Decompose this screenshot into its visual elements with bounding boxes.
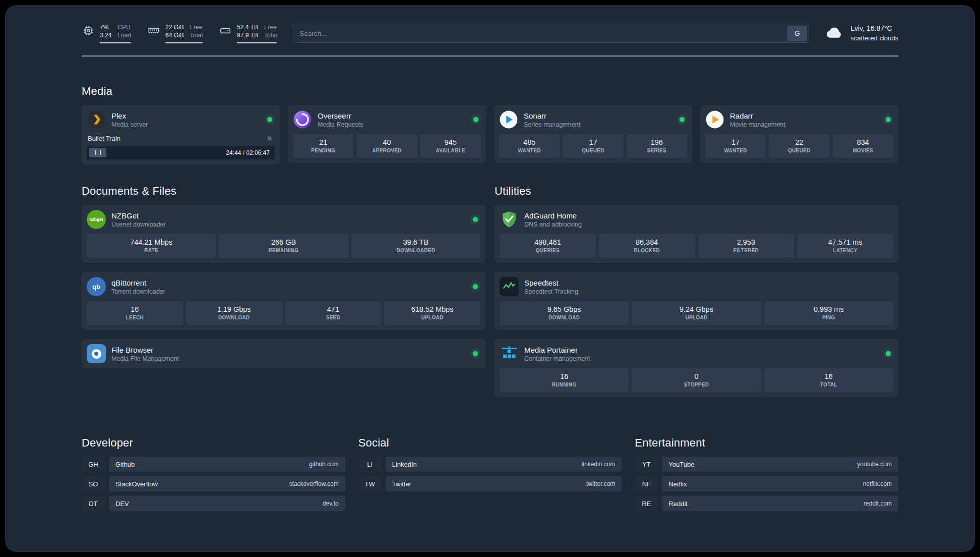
sonarr-status-dot [680,117,685,122]
stat-label: UPLOAD [386,315,478,320]
overseerr-header[interactable]: Overseerr Media Requests [293,110,481,129]
stat-tile: 16 TOTAL [764,368,893,392]
bookmark-name: StackOverflow [115,480,158,488]
memory-free-value: 22 GiB [165,23,184,31]
qbittorrent-header[interactable]: qb qBittorrent Torrent downloader [87,277,480,296]
radarr-title: Radarr [730,112,785,120]
card-plex: Plex Media server Bullet Train [82,105,280,164]
stat-label: DOWNLOAD [188,315,280,320]
bookmark-name: LinkedIn [392,461,417,468]
bookmark-linkedin[interactable]: LI LinkedIn linkedin.com [358,457,622,472]
bookmark-domain: dev.to [323,500,339,507]
bookmark-abbr: GH [82,457,105,472]
bookmark-name: Reddit [668,500,688,508]
stat-value: 744.21 Mbps [89,238,214,246]
stat-value: 16 [89,305,181,313]
nzbget-icon-text: nzbget [89,217,103,222]
search-input[interactable] [292,30,785,37]
radarr-header[interactable]: Radarr Movie management [705,110,893,129]
card-overseerr: Overseerr Media Requests 21 PENDING 40 A… [288,105,486,163]
portainer-title: Media Portainer [524,346,590,354]
stat-tile: 196 SERIES [627,134,687,158]
bookmark-twitter[interactable]: TW Twitter twitter.com [358,476,622,491]
bookmark-stackoverflow[interactable]: SO StackOverflow stackoverflow.com [82,476,345,491]
stat-tile: 2,953 FILTERED [698,234,794,258]
bookmark-domain: twitter.com [586,480,615,487]
stat-tile: 0.993 ms PING [764,301,893,325]
qbittorrent-icon: qb [87,277,106,296]
nzbget-header[interactable]: nzbget NZBGet Usenet downloader [87,210,480,229]
player-progress-bar[interactable]: 24:44 / 02:06:47 [87,146,275,159]
bookmark-github[interactable]: GH Github github.com [82,457,345,472]
stat-value: 86,384 [601,238,693,246]
memory-total-label: Total [190,31,203,39]
bookmark-youtube[interactable]: YT YouTube youtube.com [635,457,898,472]
bookmark-domain: netflix.com [863,480,892,487]
cpu-usage-value: 7% [100,23,111,31]
stat-tile: 498,461 QUERIES [500,234,596,258]
stat-tile: 17 WANTED [705,134,766,158]
stat-label: MOVIES [835,148,891,153]
gear-icon[interactable] [266,134,274,142]
card-speedtest: Speedtest Speedtest Tracking 9.65 Gbps D… [495,272,898,330]
speedtest-header[interactable]: Speedtest Speedtest Tracking [500,277,893,296]
disk-free-value: 52.4 TB [237,23,258,31]
bookmark-reddit[interactable]: RE Reddit reddit.com [635,496,898,511]
adguard-header[interactable]: AdGuard Home DNS and adblocking [500,210,893,229]
bookmark-netflix[interactable]: NF Netflix netflix.com [635,476,898,491]
bookmark-dev[interactable]: DT DEV dev.to [82,496,345,511]
plex-subtitle: Media server [111,121,148,128]
bookmark-domain: linkedin.com [582,461,616,468]
stat-value: 17 [565,138,621,146]
stat-tile: 266 GB REMAINING [219,234,348,258]
filebrowser-icon-inner [92,349,101,359]
stat-label: UPLOAD [634,315,759,320]
stat-tile: 744.21 Mbps RATE [87,234,216,258]
stat-tile: 16 LEECH [87,301,183,325]
qbittorrent-status-dot [473,284,478,289]
dashboard-page: 7% 3.24 CPU Load [5,5,975,552]
stat-value: 0 [634,372,759,380]
bookmark-abbr: TW [358,476,382,491]
stat-label: BLOCKED [601,248,693,253]
pause-button[interactable] [89,148,106,157]
section-title-media: Media [82,85,898,98]
stat-tile: 86,384 BLOCKED [599,234,695,258]
stat-label: SEED [287,315,380,320]
filebrowser-subtitle: Media File Management [111,355,179,362]
sonarr-header[interactable]: Sonarr Series management [499,110,687,129]
stat-label: QUERIES [502,248,594,253]
card-sonarr: Sonarr Series management 485 WANTED 17 Q… [494,105,692,163]
search-bar[interactable]: G [292,24,809,43]
disk-total-value: 97.9 TB [237,31,258,39]
portainer-header[interactable]: Media Portainer Container management [500,344,893,363]
adguard-title: AdGuard Home [524,211,582,220]
stat-tile: 16 RUNNING [500,368,629,392]
disk-icon [219,24,232,37]
section-title-social: Social [358,436,622,450]
card-filebrowser: File Browser Media File Management [82,339,485,368]
cloud-icon [824,22,844,44]
search-provider-button[interactable]: G [787,26,807,41]
bookmarks-social: Social LI LinkedIn linkedin.com TW Twitt… [358,436,622,496]
resource-widgets: 7% 3.24 CPU Load [82,23,277,43]
bookmark-name: Netflix [668,480,687,488]
stat-label: LATENCY [799,248,891,253]
stat-value: 40 [358,138,415,146]
stat-tile: 9.24 Gbps UPLOAD [632,301,761,325]
bookmarks-developer: Developer GH Github github.com SO StackO… [82,436,345,516]
stat-value: 47.571 ms [799,238,891,246]
portainer-icon [500,344,519,363]
memory-free-label: Free [190,23,203,31]
stat-tile: 471 SEED [285,301,382,325]
plex-header[interactable]: Plex Media server [87,110,275,129]
bookmark-domain: reddit.com [864,500,892,507]
sonarr-title: Sonarr [524,112,580,120]
filebrowser-header[interactable]: File Browser Media File Management [87,344,480,363]
stat-value: 498,461 [502,238,594,246]
bookmark-domain: github.com [309,461,339,468]
stat-tile: 21 PENDING [293,134,353,158]
stat-label: WANTED [707,148,764,153]
documents-column: Documents & Files nzbget NZBGet Usenet d… [82,185,485,377]
bookmark-abbr: RE [635,496,658,511]
